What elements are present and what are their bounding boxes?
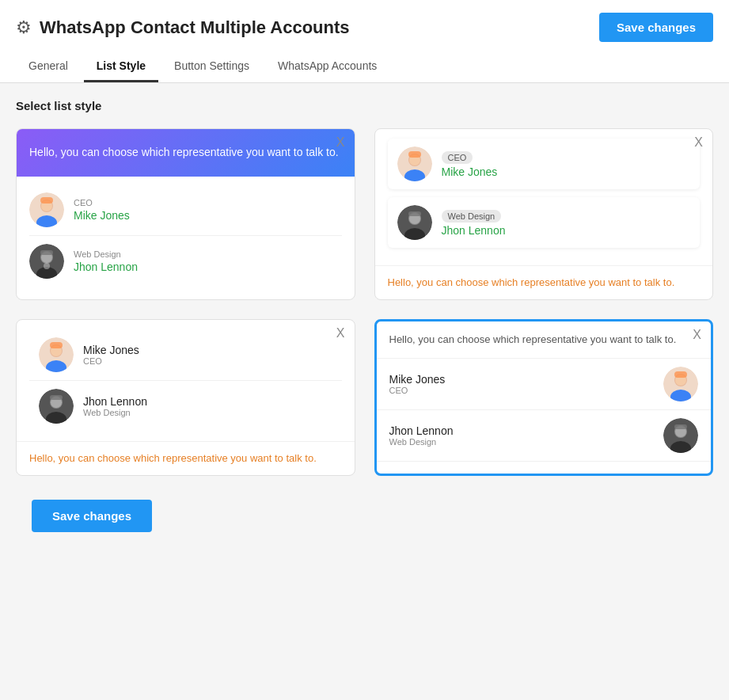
close-icon-1[interactable]: X (336, 135, 345, 150)
svg-rect-4 (40, 197, 53, 204)
svg-rect-25 (50, 342, 63, 348)
list-item: Web Design Jhon Lennon (388, 197, 701, 248)
style-card-3[interactable]: X Mike Jones CEO (16, 319, 355, 476)
tab-button-settings[interactable]: Button Settings (161, 51, 262, 82)
card2-contacts: CEO Mike Jones (375, 129, 713, 265)
list-item: CEO Mike Jones (388, 139, 701, 189)
page-title: WhatsApp Contact Multiple Accounts (40, 17, 350, 38)
avatar-web-4 (663, 418, 698, 453)
card1-header: Hello, you can choose which representati… (17, 129, 355, 177)
content-area: Select list style X Hello, you can choos… (0, 83, 729, 564)
card3-role-1: CEO (83, 356, 139, 366)
page-header: ⚙ WhatsApp Contact Multiple Accounts Sav… (0, 0, 729, 83)
card4-name-2: Jhon Lennon (389, 424, 454, 437)
svg-rect-9 (40, 250, 53, 255)
title-left: ⚙ WhatsApp Contact Multiple Accounts (16, 17, 350, 38)
contact-info-2: Web Design Jhon Lennon (74, 249, 138, 273)
card3-contact-info-1: Mike Jones CEO (83, 344, 139, 366)
contact-role-1: CEO (74, 198, 130, 207)
list-item: Web Design Jhon Lennon (29, 236, 342, 287)
avatar-ceo-2 (397, 146, 432, 181)
list-item: Mike Jones CEO (29, 329, 342, 381)
save-changes-button-bottom[interactable]: Save changes (32, 500, 152, 532)
card2-contact-info-2: Web Design Jhon Lennon (442, 208, 506, 237)
close-icon-2[interactable]: X (694, 135, 703, 150)
list-item: CEO Mike Jones (29, 185, 342, 236)
tabs: General List Style Button Settings Whats… (16, 51, 713, 82)
card3-name-2: Jhon Lennon (83, 395, 147, 408)
style-card-1[interactable]: X Hello, you can choose which representa… (16, 128, 355, 300)
close-icon-3[interactable]: X (336, 326, 345, 340)
card2-name-1: Mike Jones (442, 165, 498, 178)
avatar-ceo-3 (39, 337, 74, 372)
style-card-2[interactable]: X CEO Mike Jones (374, 128, 714, 300)
svg-rect-35 (674, 371, 687, 378)
card1-header-text: Hello, you can choose which representati… (29, 146, 339, 158)
card3-contact-info-2: Jhon Lennon Web Design (83, 395, 147, 417)
title-row: ⚙ WhatsApp Contact Multiple Accounts Sav… (16, 13, 713, 42)
gear-icon: ⚙ (16, 17, 32, 38)
card3-role-2: Web Design (83, 408, 147, 417)
avatar-web-1 (29, 244, 64, 279)
card2-contact-info-1: CEO Mike Jones (442, 150, 498, 178)
card3-contacts: Mike Jones CEO (17, 320, 355, 441)
avatar-web-3 (39, 389, 74, 424)
card4-name-1: Mike Jones (389, 373, 446, 386)
save-changes-button-top[interactable]: Save changes (599, 13, 713, 42)
svg-point-10 (44, 263, 50, 269)
list-item: Jhon Lennon Web Design (377, 410, 712, 462)
avatar-ceo-1 (29, 192, 64, 227)
list-item: Jhon Lennon Web Design (29, 381, 342, 432)
svg-rect-15 (408, 151, 421, 158)
contact-role-2: Web Design (74, 249, 138, 259)
svg-rect-30 (50, 395, 63, 400)
close-icon-4[interactable]: X (693, 328, 701, 342)
style-grid: X Hello, you can choose which representa… (16, 128, 713, 476)
card4-role-2: Web Design (389, 437, 454, 447)
svg-rect-20 (408, 211, 421, 216)
card4-contact-info-1: Mike Jones CEO (389, 373, 446, 395)
card4-header: Hello, you can choose which representati… (377, 321, 712, 359)
card1-contacts: CEO Mike Jones (17, 177, 355, 295)
card2-name-2: Jhon Lennon (442, 224, 506, 237)
card2-footer-text: Hello, you can choose which representati… (375, 265, 713, 299)
section-title: Select list style (16, 99, 713, 112)
badge-ceo-2: CEO (442, 151, 473, 164)
contact-name-2: Jhon Lennon (74, 261, 138, 273)
contact-info-1: CEO Mike Jones (74, 198, 130, 222)
avatar-ceo-4 (663, 367, 698, 401)
svg-rect-40 (674, 424, 687, 429)
card4-contact-info-2: Jhon Lennon Web Design (389, 424, 454, 447)
card4-role-1: CEO (389, 386, 446, 395)
contact-name-1: Mike Jones (74, 209, 130, 222)
list-item: Mike Jones CEO (377, 359, 712, 410)
card3-footer-text: Hello, you can choose which representati… (17, 441, 355, 475)
avatar-web-2 (397, 205, 432, 240)
tab-whatsapp-accounts[interactable]: WhatsApp Accounts (265, 51, 389, 82)
style-card-4[interactable]: X Hello, you can choose which representa… (374, 319, 714, 476)
card3-name-1: Mike Jones (83, 344, 139, 356)
tab-general[interactable]: General (16, 51, 81, 82)
badge-web-2: Web Design (442, 210, 502, 223)
tab-list-style[interactable]: List Style (84, 51, 158, 82)
